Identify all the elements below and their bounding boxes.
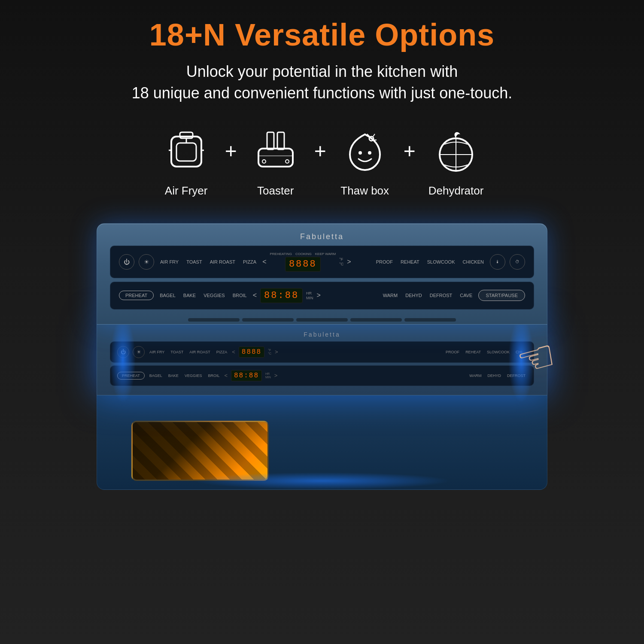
sm-proof-btn[interactable]: PROOF	[444, 349, 461, 355]
bagel-btn[interactable]: BAGEL	[158, 292, 177, 299]
feature-toaster: Toaster	[250, 126, 301, 197]
chicken-btn[interactable]: CHICKEN	[461, 258, 486, 265]
pizza-btn[interactable]: PIZZA	[241, 258, 258, 265]
door-window	[131, 421, 269, 481]
svg-point-10	[262, 160, 266, 163]
arrow-left-1[interactable]: <	[262, 258, 266, 266]
sm-broil-btn[interactable]: BROIL	[207, 373, 221, 378]
unit-2: HRMIN	[306, 291, 313, 300]
sm-toast-btn[interactable]: TOAST	[169, 349, 185, 355]
feature-thaw-box: Thaw box	[339, 126, 391, 197]
svg-point-16	[358, 151, 362, 155]
timer-button[interactable]: ⏱	[510, 254, 525, 270]
plus-2: +	[314, 139, 326, 163]
sm-display-1: 8888	[239, 346, 264, 358]
sm-air-fry-btn[interactable]: AIR FRY	[148, 349, 166, 355]
svg-point-17	[368, 151, 371, 155]
vent-5	[404, 318, 456, 322]
air-fryer-label: Air Fryer	[165, 184, 208, 197]
control-row-2: PREHEAT BAGEL BAKE VEGGIES BROIL < 88:88…	[110, 282, 534, 310]
display-1: 8888	[285, 257, 321, 272]
cave-btn[interactable]: CAVE	[458, 292, 474, 299]
light-button[interactable]: ☀	[139, 254, 154, 270]
features-row: Air Fryer + Toaster +	[161, 126, 484, 197]
svg-rect-8	[277, 132, 284, 149]
dehyd-btn[interactable]: DEHYD	[404, 292, 424, 299]
vent-4	[350, 318, 402, 322]
svg-rect-1	[176, 143, 196, 161]
arrow-right-1[interactable]: >	[347, 258, 351, 266]
plus-1: +	[225, 139, 237, 163]
svg-line-14	[373, 134, 375, 137]
sm-unit-1: °F°C	[268, 349, 271, 355]
sm-display-section-2: < 88:88 HRMIN >	[224, 370, 465, 381]
veggies-btn[interactable]: VEGGIES	[202, 292, 227, 299]
reheat-btn[interactable]: REHEAT	[399, 258, 421, 265]
arrow-right-2[interactable]: >	[317, 292, 321, 299]
secondary-appliance-panel: Fabuletta ⏻ ☀ AIR FRY TOAST AIR ROAST PI…	[97, 325, 547, 395]
thaw-box-icon	[339, 126, 391, 177]
sm-slowcook-btn[interactable]: SLOWCOOK	[486, 349, 511, 355]
sm-veggies-btn[interactable]: VEGGIES	[183, 373, 204, 378]
sm-arrow-left-1[interactable]: <	[232, 349, 235, 355]
toaster-icon	[250, 126, 301, 177]
sm-reheat-btn[interactable]: REHEAT	[464, 349, 482, 355]
sm-arrow-right-2[interactable]: >	[274, 372, 278, 379]
sm-arrow-right-1[interactable]: >	[275, 349, 278, 355]
toast-btn[interactable]: TOAST	[185, 258, 204, 265]
control-row-1: ⏻ ☀ AIR FRY TOAST AIR ROAST PIZZA < PREH…	[110, 246, 534, 278]
main-title: 18+N Versatile Options	[149, 17, 495, 52]
sm-bake-btn[interactable]: BAKE	[167, 373, 180, 378]
feature-dehydrator: Dehydrator	[428, 126, 484, 197]
appliance-section: Fabuletta ⏻ ☀ AIR FRY TOAST AIR ROAST PI…	[26, 223, 618, 490]
brand-label-top: Fabuletta	[110, 232, 534, 241]
air-fry-btn[interactable]: AIR FRY	[158, 258, 180, 265]
sm-display-2: 88:88	[231, 370, 262, 381]
slowcook-btn[interactable]: SLOWCOOK	[425, 258, 457, 265]
svg-rect-6	[258, 149, 293, 167]
proof-btn[interactable]: PROOF	[374, 258, 395, 265]
power-button[interactable]: ⏻	[119, 254, 134, 270]
sm-unit-2: HRMIN	[265, 372, 271, 379]
dehydrator-icon	[430, 126, 482, 177]
sm-arrow-left-2[interactable]: <	[224, 372, 228, 379]
glow-left	[110, 317, 136, 403]
start-pause-button[interactable]: START/PAUSE	[478, 290, 525, 301]
page-container: 18+N Versatile Options Unlock your poten…	[0, 0, 644, 644]
bottom-glow	[193, 472, 451, 489]
main-appliance-panel: Fabuletta ⏻ ☀ AIR FRY TOAST AIR ROAST PI…	[97, 223, 547, 325]
unit-1: °F°C	[339, 257, 343, 266]
vent-1	[188, 318, 240, 322]
warm-btn[interactable]: WARM	[381, 292, 399, 299]
subtitle: Unlock your potential in the kitchen wit…	[132, 61, 513, 104]
display-section-2: < 88:88 HRMIN >	[253, 288, 377, 303]
bake-btn[interactable]: BAKE	[182, 292, 197, 299]
sm-bagel-btn[interactable]: BAGEL	[148, 373, 164, 378]
toaster-label: Toaster	[257, 184, 294, 197]
panel-vents	[110, 313, 534, 324]
broil-btn[interactable]: BROIL	[231, 292, 249, 299]
thaw-box-label: Thaw box	[340, 184, 389, 197]
vent-2	[242, 318, 294, 322]
preheat-button[interactable]: PREHEAT	[119, 291, 154, 300]
arrow-left-2[interactable]: <	[253, 292, 257, 299]
brand-label-bottom: Fabuletta	[110, 331, 534, 338]
sm-display-section-1: < 8888 °F°C >	[232, 346, 441, 358]
defrost-btn[interactable]: DEFROST	[428, 292, 454, 299]
sm-control-row-2: PREHEAT BAGEL BAKE VEGGIES BROIL < 88:88…	[110, 365, 534, 386]
plus-3: +	[404, 139, 416, 163]
vent-3	[296, 318, 348, 322]
sm-warm-btn[interactable]: WARM	[468, 373, 483, 378]
display-2: 88:88	[260, 288, 303, 303]
sm-air-roast-btn[interactable]: AIR ROAST	[188, 349, 212, 355]
air-fryer-icon	[161, 126, 212, 177]
svg-rect-7	[267, 132, 274, 149]
air-roast-btn[interactable]: AIR ROAST	[208, 258, 237, 265]
sm-dehyd-btn[interactable]: DEHYD	[486, 373, 502, 378]
appliance-door	[97, 395, 547, 490]
feature-air-fryer: Air Fryer	[161, 126, 212, 197]
dehydrator-label: Dehydrator	[428, 184, 484, 197]
temp-button[interactable]: 🌡	[490, 254, 505, 270]
sm-pizza-btn[interactable]: PIZZA	[215, 349, 229, 355]
svg-point-11	[286, 160, 289, 163]
